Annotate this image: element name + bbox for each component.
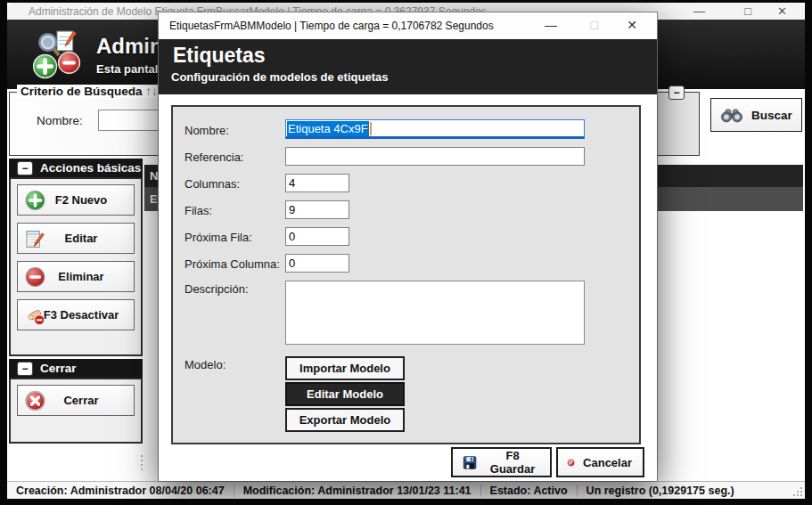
text-caret: [370, 122, 372, 135]
modelo-label: Modelo:: [185, 356, 285, 371]
status-creation: Creación: Administrador 08/04/20 06:47: [7, 485, 234, 497]
red-minus-circle-icon: [24, 265, 46, 288]
red-x-circle-icon: [24, 389, 46, 411]
nombre-selected-text: Etiqueta 4Cx9F: [287, 121, 369, 136]
maximize-button[interactable]: □: [744, 4, 751, 19]
columnas-label: Columnas:: [185, 175, 285, 191]
filas-label: Filas:: [185, 202, 285, 217]
eliminar-button[interactable]: Eliminar: [17, 261, 135, 292]
f8-guardar-label: F8 Guardar: [486, 449, 539, 476]
dialog-header-subtitle: Configuración de modelos de etiquetas: [171, 70, 657, 84]
status-state: Estado: Activo: [480, 485, 577, 497]
proxima-fila-label: Próxima Fila:: [185, 229, 285, 244]
f3-desactivar-label: F3 Desactivar: [44, 308, 119, 322]
splitter-handle[interactable]: [139, 448, 144, 476]
modelo-buttons: Importar Modelo Editar Modelo Exportar M…: [285, 356, 405, 432]
editar-label: Editar: [65, 232, 98, 245]
status-records: Un registro (0,1929175 seg.): [577, 485, 743, 497]
dialog-header-title: Etiquetas: [173, 39, 657, 68]
sidebar-section-title: Acciones básicas: [40, 161, 141, 175]
proxima-columna-input[interactable]: [285, 254, 349, 273]
search-group-label: Criterio de Búsqueda ↑↓: [17, 85, 161, 98]
exportar-modelo-button[interactable]: Exportar Modelo: [285, 408, 405, 432]
collapse-cerrar-button[interactable]: −: [17, 362, 33, 376]
columnas-input[interactable]: [285, 174, 349, 192]
sidebar-panel-cerrar: Cerrar: [9, 378, 143, 444]
screen: Administración de Modelo Etiqueta FrmBus…: [0, 0, 812, 505]
f8-guardar-button[interactable]: F8 Guardar: [451, 447, 552, 477]
dialog-header: Etiquetas Configuración de modelos de et…: [159, 39, 657, 94]
cancelar-label: Cancelar: [583, 456, 632, 469]
sidebar-panel-acciones: F2 Nuevo Editar: [9, 177, 143, 356]
minimize-button[interactable]: —: [693, 4, 705, 19]
dialog-close-button[interactable]: ✕: [627, 17, 637, 33]
buscar-button[interactable]: Buscar: [710, 98, 802, 132]
close-button[interactable]: ✕: [777, 4, 787, 19]
dialog-maximize-button: □: [591, 17, 598, 33]
sidebar-section-title: Cerrar: [40, 362, 77, 375]
sidebar-section-cerrar[interactable]: − Cerrar: [9, 359, 143, 378]
cerrar-button[interactable]: Cerrar: [17, 385, 135, 416]
descripcion-textarea[interactable]: [285, 281, 585, 345]
binoculars-icon: [720, 108, 743, 123]
f3-desactivar-button[interactable]: F3 Desactivar: [17, 299, 135, 330]
etiquetas-dialog: EtiquetasFrmABMModelo | Tiempo de carga …: [159, 12, 657, 481]
floppy-disk-icon: [462, 453, 478, 472]
editar-modelo-button[interactable]: Editar Modelo: [285, 382, 405, 406]
referencia-input[interactable]: [285, 147, 585, 166]
eliminar-label: Eliminar: [58, 270, 103, 283]
collapse-acciones-button[interactable]: −: [17, 161, 33, 175]
proxima-fila-input[interactable]: [285, 227, 349, 246]
collapse-search-button[interactable]: −: [668, 86, 685, 100]
filas-input[interactable]: [285, 200, 349, 219]
descripcion-label: Descripción:: [185, 281, 285, 296]
notepad-pencil-icon: [24, 227, 46, 249]
green-plus-circle-icon: [24, 189, 46, 211]
f2-nuevo-button[interactable]: F2 Nuevo: [17, 184, 135, 216]
dialog-body: Nombre: Etiqueta 4Cx9F Referencia: Colum…: [159, 94, 657, 481]
nombre-input[interactable]: Etiqueta 4Cx9F: [285, 119, 585, 139]
search-name-label: Nombre:: [37, 114, 83, 127]
sort-desc-icon: ↓: [152, 85, 158, 98]
dialog-footer: F8 Guardar Cancelar: [451, 447, 644, 477]
cerrar-label: Cerrar: [63, 394, 98, 407]
cancelar-button[interactable]: Cancelar: [556, 447, 644, 477]
proxima-columna-label: Próxima Columna:: [185, 256, 285, 271]
referencia-label: Referencia:: [185, 149, 285, 164]
form-panel: Nombre: Etiqueta 4Cx9F Referencia: Colum…: [171, 105, 641, 444]
sidebar-section-acciones[interactable]: − Acciones básicas: [9, 159, 143, 177]
labels-admin-app-icon: [30, 29, 82, 80]
resize-grip[interactable]: [791, 485, 802, 496]
buscar-label: Buscar: [751, 109, 792, 122]
editar-button[interactable]: Editar: [17, 223, 135, 254]
status-modification: Modificación: Administrador 13/01/23 11:…: [234, 485, 480, 497]
nombre-label: Nombre:: [185, 122, 285, 137]
dialog-titlebar[interactable]: EtiquetasFrmABMModelo | Tiempo de carga …: [159, 12, 657, 39]
status-bar: Creación: Administrador 08/04/20 06:47 M…: [7, 481, 805, 499]
hand-deactivate-icon: [24, 304, 46, 326]
cancel-slash-icon: [567, 453, 575, 472]
importar-modelo-button[interactable]: Importar Modelo: [285, 356, 405, 380]
dialog-minimize-button[interactable]: —: [545, 17, 557, 33]
dialog-title: EtiquetasFrmABMModelo | Tiempo de carga …: [169, 20, 494, 32]
f2-nuevo-label: F2 Nuevo: [55, 193, 108, 207]
